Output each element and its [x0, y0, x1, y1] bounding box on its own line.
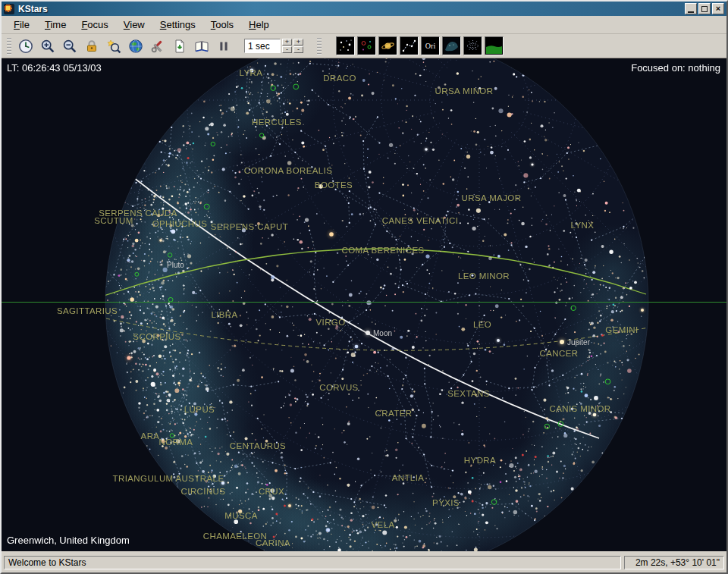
kstars-logo-icon	[4, 4, 14, 14]
geo-location-infobox[interactable]: Greenwich, United Kingdom	[7, 535, 130, 546]
constellation-label: GEMINI	[605, 325, 638, 334]
constellation-label: NORMA	[159, 438, 193, 447]
constellation-label: SEXTANS	[447, 389, 490, 398]
constellation-label: URSA MINOR	[435, 86, 494, 96]
toggle-show-constellation-lines[interactable]	[400, 36, 419, 55]
minimize-button[interactable]	[685, 3, 697, 14]
close-button[interactable]: ×	[712, 3, 724, 14]
planets-icon	[380, 38, 396, 54]
time-step-input[interactable]	[244, 39, 281, 53]
menu-time[interactable]: Time	[39, 17, 72, 33]
menu-view[interactable]: View	[118, 17, 151, 33]
constellation-label: LYRA	[240, 68, 263, 77]
constellation-names-icon: Ori	[425, 42, 435, 50]
constellation-label: MUSCA	[224, 511, 258, 520]
constellation-label: HYDRA	[464, 456, 496, 465]
constellation-label: VIRGO	[315, 318, 345, 327]
download-data-icon	[172, 39, 187, 54]
menu-focus[interactable]: Focus	[75, 17, 114, 33]
configure-button[interactable]	[147, 36, 168, 56]
zoom-in-button[interactable]	[37, 36, 58, 56]
constellation-label: CARINA	[256, 538, 290, 547]
menu-tools[interactable]: Tools	[205, 17, 240, 33]
constellation-lines-icon	[401, 38, 417, 54]
toggle-show-constellation-names[interactable]: Ori	[421, 36, 440, 55]
minimize-icon	[688, 11, 694, 13]
constellation-label: CIRCINUS	[181, 487, 226, 496]
toggle-show-stars[interactable]	[336, 36, 355, 55]
time-step-increase-button[interactable]: +	[282, 39, 292, 45]
view-toolbar: Ori	[336, 36, 504, 55]
menu-help[interactable]: Help	[243, 17, 275, 33]
clock-icon	[18, 39, 33, 54]
display-time-button[interactable]	[15, 36, 36, 56]
constellation-label: SCORPIUS	[133, 332, 180, 341]
maximize-button[interactable]	[698, 3, 711, 14]
toggle-show-milky-way[interactable]	[442, 36, 461, 55]
toggle-show-grid[interactable]	[463, 36, 482, 55]
constellation-label: LUPUS	[184, 405, 215, 414]
menu-settings[interactable]: Settings	[154, 17, 202, 33]
horizon-icon	[486, 38, 502, 54]
constellation-label: LYNX	[571, 221, 595, 230]
planet-label: Moon	[373, 329, 392, 337]
constellation-label: SCUTUM	[94, 216, 133, 225]
geography-button[interactable]	[125, 36, 146, 56]
constellation-label: SERPENS CAPUT	[211, 222, 288, 231]
view-toolbar-drag-handle[interactable]	[317, 38, 322, 55]
maximize-icon	[701, 6, 708, 12]
constellation-label: CORONA BOREALIS	[244, 166, 333, 175]
zoom-out-button[interactable]	[59, 36, 80, 56]
constellation-label: CANCER	[540, 349, 579, 358]
deep-sky-icon	[359, 38, 375, 54]
main-toolbar: + - + - Ori	[2, 34, 726, 58]
constellation-label: LEO MINOR	[458, 271, 510, 281]
constellation-label: COMA BERENICES	[341, 246, 424, 255]
menubar: File Time Focus View Settings Tools Help	[2, 16, 726, 34]
tools-icon	[150, 39, 165, 54]
zoom-in-icon	[40, 39, 55, 54]
sky-map-canvas[interactable]	[2, 58, 726, 551]
titlebar[interactable]: KStars ×	[2, 2, 726, 16]
handbook-button[interactable]	[191, 36, 212, 56]
track-object-button[interactable]	[81, 36, 102, 56]
time-step-decrease-button[interactable]: -	[282, 46, 292, 53]
statusbar: Welcome to KStars 2m 22s, +53° 10' 01"	[2, 554, 726, 571]
toggle-show-planets[interactable]	[378, 36, 397, 55]
globe-icon	[128, 39, 143, 54]
kstars-window: KStars × File Time Focus View Settings T…	[0, 0, 728, 574]
sky-map: LT: 06:26:43 05/13/03 Focused on: nothin…	[2, 58, 726, 551]
constellation-label: DRACO	[323, 74, 356, 83]
pause-icon	[216, 39, 231, 54]
time-unit-decrease-button[interactable]: -	[293, 46, 303, 53]
coordinate-grid-icon	[465, 38, 481, 54]
constellation-label: ANTLIA	[392, 473, 425, 482]
find-object-button[interactable]	[103, 36, 124, 56]
local-time-infobox[interactable]: LT: 06:26:43 05/13/03	[7, 62, 102, 74]
constellation-label: BOOTES	[315, 180, 353, 190]
menu-file[interactable]: File	[8, 17, 36, 33]
planet-label: Jupiter	[567, 338, 590, 347]
planet-label: Pluto	[167, 261, 184, 269]
time-unit-increase-button[interactable]: +	[293, 39, 303, 45]
status-message: Welcome to KStars	[4, 556, 621, 569]
window-title: KStars	[18, 4, 683, 14]
find-object-icon	[106, 39, 121, 54]
constellation-label: HERCULES	[252, 118, 302, 127]
constellation-label: VELA	[371, 520, 394, 529]
constellation-label: OPHIUCHUS	[152, 219, 208, 228]
download-data-button[interactable]	[169, 36, 190, 56]
constellation-label: TRIANGULUM AUSTRALE	[113, 474, 224, 483]
toggle-show-deep-sky[interactable]	[357, 36, 376, 55]
stop-clock-button[interactable]	[213, 36, 234, 56]
constellation-label: LIBRA	[211, 310, 237, 319]
toolbar-drag-handle[interactable]	[7, 38, 11, 55]
zoom-out-icon	[62, 39, 77, 54]
focus-infobox[interactable]: Focused on: nothing	[631, 62, 720, 74]
constellation-label: ARA	[141, 431, 160, 441]
constellation-label: LEO	[473, 320, 491, 329]
toggle-show-horizon[interactable]	[485, 36, 504, 55]
close-icon: ×	[716, 5, 720, 13]
constellation-label: URSA MAJOR	[462, 193, 522, 202]
lock-icon	[84, 39, 99, 54]
